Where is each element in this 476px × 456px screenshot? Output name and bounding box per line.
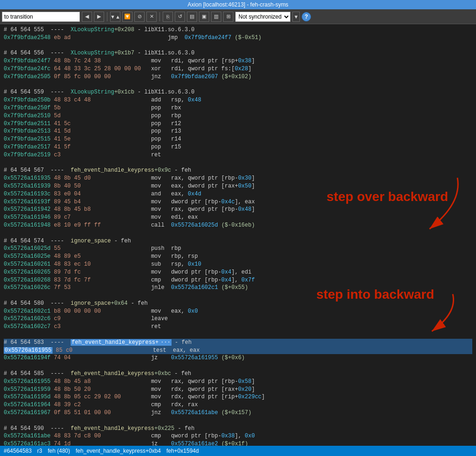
section-header-590: # 64 564 590 ---- feh_event_handle_keypr… (4, 425, 472, 433)
section-header-555: # 64 564 555 ---- XLookupString+0x208 - … (4, 26, 472, 34)
view-button-4[interactable]: ⊞ (223, 12, 233, 22)
code-line-2548: 0x7f9bfdae2548 eb ad jmp 0x7f9bfdae24f7 … (4, 34, 472, 42)
code-line-1967: 0x55726a161967 0f 85 51 01 00 00 jnz 0x5… (4, 409, 472, 417)
nav-forward-button[interactable]: ▶ (94, 12, 104, 22)
code-line-02c7: 0x55726a1602c7 c3 ret (4, 323, 472, 331)
section-header-585: # 64 564 585 ---- feh_event_handle_keypr… (4, 370, 472, 378)
blank-1 (4, 42, 472, 50)
blank-4 (4, 229, 472, 237)
nav-back-button[interactable]: ◀ (82, 12, 92, 22)
code-line-025e: 0x55726a16025e 48 89 e5 mov rbp, rsp (4, 253, 472, 261)
toolbar-separator-1 (107, 12, 107, 21)
code-line-0268: 0x55726a160268 83 7d fc 7f cmp dword ptr… (4, 276, 472, 284)
code-line-2515: 0x7f9bfdae2515 41 5e pop r14 (4, 135, 472, 143)
code-line-2505: 0x7f9bfdae2505 0f 85 fc 00 00 00 jnz 0x7… (4, 73, 472, 81)
code-line-1935: 0x55726a161935 48 8b 45 d0 mov rax, qwor… (4, 174, 472, 182)
code-line-2519: 0x7f9bfdae2519 c3 ret (4, 151, 472, 159)
status-loc: feh+0x1594d (166, 448, 199, 454)
code-line-1955b: 0x55726a161955 48 8b 45 a8 mov rax, qwor… (4, 378, 472, 386)
code-line-0265: 0x55726a160265 89 7d fc mov dword ptr [r… (4, 268, 472, 276)
code-line-2510: 0x7f9bfdae2510 5d pop rbp (4, 112, 472, 120)
section-header-559: # 64 564 559 ---- XLookupString+0x1cb - … (4, 88, 472, 96)
code-line-1abe: 0x55726a161abe 48 83 7d c8 00 cmp qword … (4, 432, 472, 440)
code-line-193c: 0x55726a16193c 83 e0 04 and eax, 0x4d (4, 190, 472, 198)
sync-dropdown-button[interactable]: ▼ (292, 12, 300, 22)
code-line-2513: 0x7f9bfdae2513 41 5d pop r13 (4, 127, 472, 135)
code-line-194f: 0x55726a16194f 74 04 jz 0x55726a161955 (… (4, 354, 472, 362)
view-button-3[interactable]: ▥ (211, 12, 221, 22)
code-line-193f: 0x55726a16193f 89 45 b4 mov dword ptr [r… (4, 198, 472, 206)
blank-7 (4, 362, 472, 370)
code-line-025d: 0x55726a16025d 55 push rbp (4, 245, 472, 253)
status-bar: #64564583 r3 feh (480) feh_event_handle_… (0, 446, 476, 456)
section-header-556: # 64 564 556 ---- XLookupString+0x1b7 - … (4, 49, 472, 57)
code-line-2517: 0x7f9bfdae2517 41 5f pop r15 (4, 143, 472, 151)
code-line-250b: 0x7f9bfdae250b 48 83 c4 48 add rsp, 0x48 (4, 96, 472, 104)
code-line-02c6: 0x55726a1602c6 c9 leave (4, 315, 472, 323)
section-header-583-highlighted: # 64 564 583 ---- feh_event_handle_keypr… (4, 339, 472, 347)
filter-button-4[interactable]: ✕ (146, 12, 157, 22)
code-line-195d: 0x55726a16195d 48 8b 05 cc 29 02 00 mov … (4, 393, 472, 401)
code-line-1939: 0x55726a161939 8b 40 50 mov eax, dword p… (4, 182, 472, 190)
view-button-2[interactable]: ▣ (199, 12, 209, 22)
transition-input[interactable] (2, 12, 80, 22)
section-header-580: # 64 564 580 ---- ignore_space+0x64 - fe… (4, 300, 472, 308)
sync-select[interactable]: Not synchronized Synchronized (235, 12, 291, 22)
title-text: Axion [localhost:46213] - feh-crash-syms (188, 1, 289, 8)
code-line-02c1: 0x55726a1602c1 b8 00 00 00 00 mov eax, 0… (4, 308, 472, 315)
code-line-1948: 0x55726a161948 e8 10 e9 ff ff call 0x557… (4, 221, 472, 229)
status-reg: r3 (37, 448, 42, 454)
status-feh: feh (480) (48, 448, 70, 454)
main-area: step over backward step into backward # … (0, 24, 476, 446)
code-line-24f7: 0x7f9bfdae24f7 48 8b 7c 24 38 mov rdi, q… (4, 57, 472, 65)
blank-3 (4, 159, 472, 167)
code-area[interactable]: step over backward step into backward # … (0, 24, 476, 446)
status-fn: feh_event_handle_keypress+0xb4 (76, 448, 161, 454)
blank-2 (4, 81, 472, 89)
toolbar-separator-2 (159, 12, 160, 21)
view-button-1[interactable]: ▤ (187, 12, 197, 22)
code-line-1955-highlighted: 0x55726a161955 85 c0 test eax, eax (4, 347, 472, 355)
section-header-567: # 64 564 567 ---- feh_event_handle_keypr… (4, 167, 472, 174)
copy-button[interactable]: ⎘ (163, 12, 173, 22)
filter-button-1[interactable]: ▼▲ (110, 12, 120, 22)
code-line-1946: 0x55726a161946 89 c7 mov edi, eax (4, 214, 472, 221)
toolbar: ◀ ▶ ▼▲ 🔽 ⊘ ✕ ⎘ ↺ ▤ ▣ ▥ ⊞ Not synchronize… (0, 9, 476, 24)
code-line-1964: 0x55726a161964 48 39 c2 cmp rdx, rax (4, 401, 472, 409)
code-line-250f: 0x7f9bfdae250f 5b pop rbx (4, 104, 472, 112)
code-line-24fc: 0x7f9bfdae24fc 64 48 33 3c 25 28 00 00 0… (4, 65, 472, 73)
refresh-button[interactable]: ↺ (175, 12, 185, 22)
blank-6 (4, 331, 472, 339)
code-line-1942: 0x55726a161942 48 8b 45 b8 mov rax, qwor… (4, 206, 472, 214)
filter-button-2[interactable]: 🔽 (122, 12, 132, 22)
code-line-1959: 0x55726a161959 48 8b 50 20 mov rdx, qwor… (4, 386, 472, 394)
code-line-026c: 0x55726a16026c 7f 53 jnle 0x55726a1602c1… (4, 284, 472, 292)
status-addr: #64564583 (4, 448, 32, 454)
code-line-1ac3: 0x55726a161ac3 74 1d jz 0x55726a161ae2 (… (4, 440, 472, 446)
blank-5 (4, 292, 472, 300)
code-line-0261: 0x55726a160261 48 83 ec 10 sub rsp, 0x10 (4, 261, 472, 268)
filter-button-3[interactable]: ⊘ (134, 12, 145, 22)
section-header-574: # 64 564 574 ---- ignore_space - feh (4, 237, 472, 245)
code-line-2511: 0x7f9bfdae2511 41 5c pop r12 (4, 120, 472, 128)
help-button[interactable]: ? (302, 12, 311, 21)
blank-8 (4, 417, 472, 425)
title-bar: Axion [localhost:46213] - feh-crash-syms (0, 0, 476, 9)
